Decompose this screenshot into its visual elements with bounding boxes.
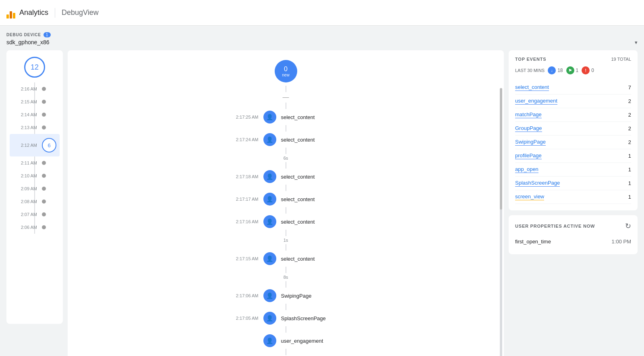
- event-timestamp: 2:17:05 AM: [226, 316, 259, 321]
- event-row[interactable]: 2:17:16 AM 👤 select_content: [74, 214, 497, 230]
- event-row[interactable]: 2:17:15 AM 👤 select_content: [74, 251, 497, 267]
- scrollbar[interactable]: [500, 88, 502, 356]
- event-name-link[interactable]: matchPage: [515, 111, 542, 118]
- event-table-row[interactable]: user_engagement 2: [515, 95, 631, 108]
- event-stream: 0 new — 2:17:25 AM 👤 select_content: [74, 57, 497, 356]
- user-properties-panel: USER PROPERTIES ACTIVE NOW ↻ first_open_…: [509, 215, 638, 254]
- timeline-item[interactable]: 2:08 AM: [10, 195, 60, 208]
- timeline-time: 2:14 AM: [13, 112, 37, 117]
- timeline-item[interactable]: 2:11 AM: [10, 156, 60, 169]
- event-name-link[interactable]: GroupPage: [515, 125, 542, 132]
- event-gap: 6s: [284, 154, 288, 162]
- device-select-container[interactable]: sdk_gphone_x86 ▾: [6, 39, 638, 45]
- event-name-link[interactable]: SplashScreenPage: [515, 180, 560, 187]
- event-row[interactable]: 2:17:05 AM 👤 SplashScreenPage: [74, 310, 497, 326]
- event-row[interactable]: 2:17:25 AM 👤 select_content: [74, 109, 497, 125]
- timeline-item[interactable]: 2:06 AM: [10, 221, 60, 234]
- event-connector: [286, 103, 286, 109]
- logo-bar-2: [10, 11, 12, 19]
- event-count: 1: [628, 153, 631, 159]
- event-count: 2: [628, 98, 631, 104]
- event-name-link[interactable]: app_open: [515, 166, 538, 173]
- timeline-dot: [42, 126, 46, 130]
- event-table-row[interactable]: app_open 1: [515, 163, 631, 177]
- user-prop-row: first_open_time 1:00 PM: [515, 235, 631, 248]
- event-timestamp: 2:17:06 AM: [226, 293, 259, 298]
- event-row[interactable]: 👤 user_engagement: [74, 333, 497, 349]
- event-row[interactable]: 2:17:18 AM 👤 select_content: [74, 169, 497, 185]
- timeline-item[interactable]: 2:10 AM: [10, 169, 60, 182]
- timeline-item[interactable]: 2:07 AM: [10, 208, 60, 221]
- stat-badge-blue: ↓ 18: [548, 66, 563, 74]
- event-icon-circle: 👤: [263, 133, 276, 146]
- event-table-row[interactable]: matchPage 2: [515, 108, 631, 122]
- timeline-item[interactable]: 2:14 AM: [10, 108, 60, 121]
- timeline-top-badge: 12: [24, 57, 45, 78]
- event-gap: 1s: [284, 236, 288, 244]
- user-icon: 👤: [266, 196, 273, 202]
- timeline-item[interactable]: 2:13 AM: [10, 121, 60, 134]
- event-panel: 0 new — 2:17:25 AM 👤 select_content: [68, 50, 504, 356]
- logo-bar-3: [13, 13, 15, 19]
- event-count: 2: [628, 139, 631, 145]
- timeline-item-highlighted[interactable]: 2:12 AM 6: [10, 134, 60, 156]
- device-select[interactable]: sdk_gphone_x86: [6, 39, 58, 45]
- event-connector: [286, 86, 286, 92]
- stat-circle-blue: ↓: [548, 66, 556, 74]
- event-table-row[interactable]: SwipingPage 2: [515, 136, 631, 149]
- event-table-row[interactable]: screen_view 1: [515, 190, 631, 204]
- event-row[interactable]: 2:17:24 AM 👤 select_content: [74, 132, 497, 148]
- timeline-dot: [42, 187, 46, 191]
- event-table-row[interactable]: GroupPage 2: [515, 122, 631, 136]
- event-table-row[interactable]: SplashScreenPage 1: [515, 177, 631, 190]
- event-connector: [286, 304, 286, 310]
- chevron-down-icon: ▾: [635, 39, 638, 45]
- timeline-dot: [42, 87, 46, 91]
- event-row[interactable]: 2:17:17 AM 👤 select_content: [74, 191, 497, 207]
- top-events-title: TOP EVENTS: [515, 57, 546, 62]
- debug-device-area: DEBUG DEVICE 1 sdk_gphone_x86 ▾: [6, 32, 638, 45]
- top-events-total: 19 TOTAL: [611, 57, 631, 62]
- event-connector: [286, 281, 286, 288]
- event-name-link[interactable]: select_content: [515, 84, 549, 91]
- event-connector: [286, 230, 286, 236]
- user-icon: 👤: [266, 292, 273, 299]
- events-table: select_content 7 user_engagement 2 match…: [515, 81, 631, 204]
- timeline-time: 2:06 AM: [13, 225, 37, 230]
- timeline-dot: [42, 200, 46, 204]
- timeline-item[interactable]: 2:09 AM: [10, 182, 60, 195]
- event-label: select_content: [281, 256, 346, 262]
- timeline-dot: [42, 212, 46, 216]
- logo-area: Analytics: [6, 7, 48, 19]
- event-name-link[interactable]: profilePage: [515, 152, 542, 159]
- event-name-link[interactable]: SwipingPage: [515, 139, 546, 146]
- stat-circle-green: ⚑: [566, 66, 574, 74]
- timeline-item[interactable]: 2:16 AM: [10, 82, 60, 95]
- right-column: TOP EVENTS 19 TOTAL LAST 30 MINS ↓ 18 ⚑ …: [509, 50, 638, 254]
- event-connector: [286, 267, 286, 273]
- event-row[interactable]: 2:17:06 AM 👤 SwipingPage: [74, 288, 497, 304]
- event-table-row[interactable]: select_content 7: [515, 81, 631, 95]
- timeline-dot: [42, 225, 46, 229]
- timeline-items: 2:16 AM 2:15 AM 2:14 AM 2:13 AM: [10, 82, 60, 234]
- user-icon: 👤: [266, 337, 273, 344]
- event-count: 2: [628, 112, 631, 118]
- timeline-sidebar: 12 2:16 AM 2:15 AM 2:14 AM: [6, 50, 63, 324]
- event-name-link[interactable]: user_engagement: [515, 98, 557, 105]
- history-icon[interactable]: ↻: [625, 222, 631, 230]
- event-name-link[interactable]: screen_view: [515, 193, 544, 200]
- top-events-panel-header: TOP EVENTS 19 TOTAL: [515, 57, 631, 62]
- app-title: Analytics: [19, 8, 48, 17]
- event-timestamp: 2:17:24 AM: [226, 137, 259, 142]
- user-properties-header: USER PROPERTIES ACTIVE NOW ↻: [515, 222, 631, 230]
- timeline-time: 2:07 AM: [13, 212, 37, 217]
- timeline-time: 2:10 AM: [13, 173, 37, 178]
- timeline-item[interactable]: 2:15 AM: [10, 95, 60, 108]
- event-icon-circle: 👤: [263, 170, 276, 183]
- header-divider: [55, 8, 55, 18]
- timeline-time: 2:16 AM: [13, 86, 37, 91]
- user-icon: 👤: [266, 255, 273, 262]
- timeline-time: 2:11 AM: [13, 161, 37, 165]
- scrollbar-thumb[interactable]: [500, 88, 502, 209]
- event-table-row[interactable]: profilePage 1: [515, 149, 631, 163]
